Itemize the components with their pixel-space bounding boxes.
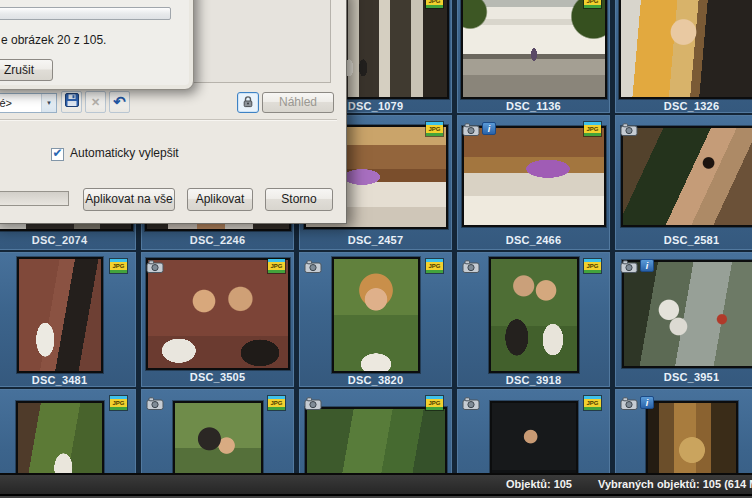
thumbnail-cell[interactable]: DSC_3505 JPG: [141, 252, 294, 387]
jpg-file-badge: JPG: [268, 396, 285, 410]
cancel-button[interactable]: Zrušit: [0, 59, 53, 81]
status-bar: Objektů: 105 Vybraných objektů: 105 (614…: [0, 473, 752, 494]
thumbnail-photo[interactable]: [619, 0, 752, 99]
jpg-file-badge: JPG: [426, 259, 443, 273]
camera-exif-icon: [620, 122, 638, 135]
apply-button[interactable]: Aplikovat: [187, 188, 253, 211]
thumbnail-cell[interactable]: DSC_3951 i JPG: [615, 252, 752, 387]
thumbnail-label: DSC_3505: [142, 370, 293, 386]
camera-exif-icon: [462, 396, 480, 409]
camera-exif-icon: [462, 122, 480, 135]
thumbnail-photo[interactable]: [332, 257, 420, 373]
jpg-file-badge: JPG: [110, 396, 127, 410]
delete-preset-button[interactable]: ✕: [85, 91, 106, 113]
thumbnail-label: DSC_3918: [458, 373, 609, 388]
thumbnail-photo[interactable]: [489, 257, 579, 373]
reset-button[interactable]: ↶: [109, 91, 130, 113]
camera-exif-icon: [304, 396, 322, 409]
thumbnail-cell[interactable]: DSC_3481 JPG: [0, 252, 136, 387]
floppy-disk-icon: [65, 93, 79, 111]
thumbnail-photo[interactable]: [461, 0, 607, 99]
selected-objects-info: Vybraných objektů: 105 (614 MB: [598, 478, 752, 490]
thumbnail-cell[interactable]: DSC_2581 JPG: [615, 115, 752, 250]
thumbnail-photo[interactable]: [622, 260, 752, 368]
lock-preview-button[interactable]: [237, 92, 259, 113]
progress-bar: [0, 7, 171, 20]
jpg-file-badge: JPG: [584, 122, 601, 136]
jpg-file-badge: JPG: [268, 259, 285, 273]
thumbnail-photo[interactable]: [146, 258, 290, 370]
partial-progress-track: [0, 191, 69, 206]
thumbnail-label: DSC_1326: [616, 99, 752, 114]
thumbnail-photo[interactable]: [462, 126, 606, 227]
jpg-file-badge: JPG: [584, 259, 601, 273]
monitor-bezel: [0, 494, 752, 498]
jpg-file-badge: JPG: [584, 396, 601, 410]
thumbnail-label: DSC_2581: [616, 233, 752, 249]
preset-combobox-value: ité>: [0, 94, 41, 112]
storno-button[interactable]: Storno: [265, 188, 333, 211]
jpg-file-badge: JPG: [426, 396, 443, 410]
lock-icon: [242, 94, 254, 112]
thumbnail-cell[interactable]: DSC_2466 i JPG: [457, 115, 610, 250]
thumbnail-label: DSC_1136: [458, 99, 609, 114]
disabled-action-icon: ✕: [91, 96, 100, 109]
thumbnail-label: DSC_2246: [142, 233, 293, 249]
thumbnail-label: DSC_2466: [458, 233, 609, 249]
thumbnail-cell[interactable]: DSC_3820 JPG: [299, 252, 452, 387]
camera-exif-icon: [146, 396, 164, 409]
jpg-file-badge: JPG: [426, 122, 443, 136]
camera-exif-icon: [304, 259, 322, 272]
thumbnail-label: DSC_2074: [0, 233, 135, 249]
preset-combobox[interactable]: ité> ▼: [0, 93, 57, 113]
dialog-separator: [0, 119, 337, 121]
apply-all-button[interactable]: Aplikovat na vše: [83, 188, 175, 211]
thumbnail-cell[interactable]: DSC_1136 JPG: [457, 0, 610, 113]
chevron-down-icon[interactable]: ▼: [41, 94, 56, 112]
undo-arrow-icon: ↶: [113, 93, 126, 111]
thumbnail-label: DSC_2457: [300, 233, 451, 249]
checkmark-icon: ✔: [52, 148, 63, 158]
thumbnail-label: DSC_3481: [0, 373, 135, 388]
thumbnail-cell[interactable]: DSC_1326: [615, 0, 752, 113]
thumbnail-label: DSC_3820: [300, 373, 451, 388]
jpg-file-badge: JPG: [110, 259, 127, 273]
auto-enhance-checkbox-label: Automaticky vylepšit: [70, 146, 179, 160]
photo-manager-screen: DSC_1079 JPG DSC_1136 JPG DSC_1326 DSC_2…: [0, 0, 752, 498]
object-count: Objektů: 105: [506, 478, 572, 490]
info-icon: i: [640, 259, 654, 272]
info-icon: i: [640, 396, 654, 409]
save-preset-button[interactable]: [61, 91, 82, 113]
camera-exif-icon: [620, 396, 638, 409]
auto-enhance-checkbox[interactable]: ✔: [51, 148, 64, 161]
preview-button[interactable]: Náhled: [262, 92, 334, 113]
progress-message: e obrázek 20 z 105.: [1, 33, 106, 47]
thumbnail-cell[interactable]: DSC_3918 JPG: [457, 252, 610, 387]
info-icon: i: [482, 122, 496, 135]
jpg-file-badge: JPG: [426, 0, 443, 8]
jpg-file-badge: JPG: [584, 0, 601, 8]
thumbnail-photo[interactable]: [17, 257, 103, 373]
camera-exif-icon: [146, 259, 164, 272]
camera-exif-icon: [462, 259, 480, 272]
thumbnail-photo[interactable]: [621, 126, 752, 227]
processing-progress-dialog: e obrázek 20 z 105. Zrušit: [0, 0, 194, 90]
camera-exif-icon: [620, 259, 638, 272]
thumbnail-label: DSC_3951: [616, 370, 752, 386]
